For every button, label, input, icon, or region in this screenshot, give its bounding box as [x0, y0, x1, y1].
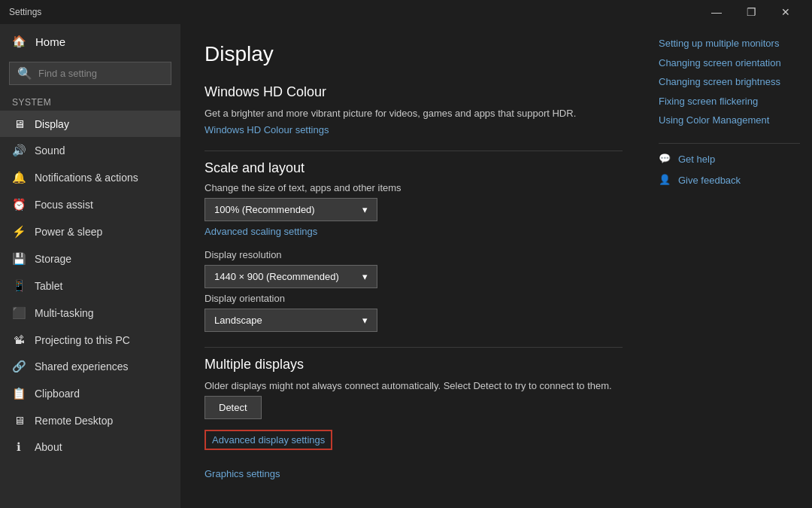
sidebar-item-label: Power & sleep [35, 226, 102, 238]
resolution-label: Display resolution [205, 249, 623, 260]
close-button[interactable]: ✕ [768, 0, 803, 24]
sidebar-item-label: Shared experiences [35, 360, 129, 373]
related-links-section: Setting up multiple monitors Changing sc… [659, 36, 800, 128]
hdr-description: Get a brighter and more vibrant picture … [205, 106, 623, 121]
tablet-icon: 📱 [12, 279, 26, 293]
help-icon: 💬 [659, 153, 672, 166]
search-box[interactable]: 🔍 [9, 62, 171, 85]
graphics-settings-link[interactable]: Graphics settings [205, 468, 623, 479]
support-section: 💬 Get help 👤 Give feedback [659, 153, 800, 187]
content-area: Display Windows HD Colour Get a brighter… [180, 24, 647, 508]
orientation-label: Display orientation [205, 293, 623, 304]
hdr-section: Windows HD Colour Get a brighter and mor… [205, 84, 623, 135]
sidebar-item-tablet[interactable]: 📱 Tablet [0, 272, 180, 300]
get-help-label: Get help [678, 154, 715, 165]
right-panel-divider [659, 143, 800, 144]
scale-section: Scale and layout Change the size of text… [205, 160, 623, 332]
maximize-button[interactable]: ❐ [734, 0, 768, 24]
sidebar: 🏠 Home 🔍 System 🖥 Display 🔊 Sound 🔔 Noti… [0, 24, 180, 508]
power-icon: ⚡ [12, 225, 26, 239]
sidebar-item-label: Notifications & actions [35, 172, 138, 184]
sidebar-item-label: Projecting to this PC [35, 334, 130, 346]
sidebar-item-label: Tablet [35, 280, 62, 292]
window-controls: — ❐ ✕ [699, 0, 803, 24]
divider-2 [205, 347, 623, 348]
get-help-item[interactable]: 💬 Get help [659, 153, 800, 166]
multiple-displays-title: Multiple displays [205, 357, 623, 373]
advanced-display-settings-link[interactable]: Advanced display settings [205, 430, 332, 450]
advanced-scaling-link[interactable]: Advanced scaling settings [205, 226, 623, 237]
related-link-0[interactable]: Setting up multiple monitors [659, 36, 800, 51]
sidebar-item-sound[interactable]: 🔊 Sound [0, 137, 180, 164]
sidebar-item-projecting[interactable]: 📽 Projecting to this PC [0, 327, 180, 353]
home-label: Home [35, 35, 65, 48]
multitasking-icon: ⬛ [12, 306, 26, 320]
sidebar-item-shared[interactable]: 🔗 Shared experiences [0, 353, 180, 380]
search-input[interactable] [38, 68, 163, 79]
remotedesktop-icon: 🖥 [12, 414, 26, 427]
give-feedback-item[interactable]: 👤 Give feedback [659, 174, 800, 187]
title-bar: Settings — ❐ ✕ [0, 0, 812, 24]
sidebar-item-clipboard[interactable]: 📋 Clipboard [0, 380, 180, 407]
orientation-value: Landscape [214, 315, 262, 326]
focus-icon: ⏰ [12, 198, 26, 211]
sidebar-item-about[interactable]: ℹ About [0, 433, 180, 461]
give-feedback-label: Give feedback [678, 175, 741, 186]
related-link-3[interactable]: Fixing screen flickering [659, 94, 800, 109]
resolution-chevron-icon: ▾ [362, 271, 368, 282]
sidebar-item-label: Display [35, 118, 69, 130]
related-link-4[interactable]: Using Color Management [659, 113, 800, 128]
sidebar-item-remotedesktop[interactable]: 🖥 Remote Desktop [0, 407, 180, 433]
scale-dropdown[interactable]: 100% (Recommended) ▾ [205, 198, 377, 221]
right-panel: Setting up multiple monitors Changing sc… [647, 24, 812, 508]
feedback-icon: 👤 [659, 174, 672, 187]
app-title: Settings [9, 7, 41, 17]
app-body: 🏠 Home 🔍 System 🖥 Display 🔊 Sound 🔔 Noti… [0, 24, 812, 508]
about-icon: ℹ [12, 440, 26, 454]
storage-icon: 💾 [12, 252, 26, 266]
shared-icon: 🔗 [12, 360, 26, 373]
scale-value: 100% (Recommended) [214, 204, 315, 215]
sidebar-item-multitasking[interactable]: ⬛ Multi-tasking [0, 300, 180, 327]
divider-1 [205, 151, 623, 151]
resolution-value: 1440 × 900 (Recommended) [214, 271, 339, 282]
search-icon: 🔍 [17, 66, 32, 81]
projecting-icon: 📽 [12, 333, 26, 346]
sidebar-item-storage[interactable]: 💾 Storage [0, 245, 180, 272]
sidebar-item-label: Storage [35, 253, 71, 265]
page-title: Display [205, 42, 623, 66]
related-link-2[interactable]: Changing screen brightness [659, 75, 800, 90]
sidebar-item-notifications[interactable]: 🔔 Notifications & actions [0, 164, 180, 191]
sound-icon: 🔊 [12, 144, 26, 157]
scale-chevron-icon: ▾ [362, 204, 368, 215]
hdr-title: Windows HD Colour [205, 84, 623, 100]
sidebar-item-power[interactable]: ⚡ Power & sleep [0, 218, 180, 245]
related-link-1[interactable]: Changing screen orientation [659, 56, 800, 71]
resolution-dropdown[interactable]: 1440 × 900 (Recommended) ▾ [205, 265, 377, 288]
sidebar-item-label: Sound [35, 144, 65, 157]
scale-title: Scale and layout [205, 160, 623, 176]
orientation-chevron-icon: ▾ [362, 315, 368, 326]
sidebar-item-label: About [35, 441, 62, 453]
sidebar-item-label: Multi-tasking [35, 307, 94, 319]
sidebar-section-label: System [0, 91, 180, 111]
sidebar-item-focus[interactable]: ⏰ Focus assist [0, 191, 180, 218]
hdr-settings-link[interactable]: Windows HD Colour settings [205, 124, 623, 135]
sidebar-item-label: Focus assist [35, 199, 93, 211]
multiple-displays-section: Multiple displays Older displays might n… [205, 357, 623, 480]
minimize-button[interactable]: — [699, 0, 734, 24]
home-icon: 🏠 [12, 35, 26, 48]
sidebar-item-label: Remote Desktop [35, 415, 113, 427]
scale-change-label: Change the size of text, apps and other … [205, 182, 623, 193]
notification-icon: 🔔 [12, 171, 26, 184]
display-icon: 🖥 [12, 117, 26, 130]
sidebar-item-label: Clipboard [35, 388, 80, 400]
orientation-dropdown[interactable]: Landscape ▾ [205, 309, 377, 332]
sidebar-item-home[interactable]: 🏠 Home [0, 24, 180, 59]
multiple-displays-desc: Older displays might not always connect … [205, 379, 623, 394]
sidebar-item-display[interactable]: 🖥 Display [0, 111, 180, 137]
clipboard-icon: 📋 [12, 387, 26, 400]
detect-button[interactable]: Detect [205, 396, 262, 419]
